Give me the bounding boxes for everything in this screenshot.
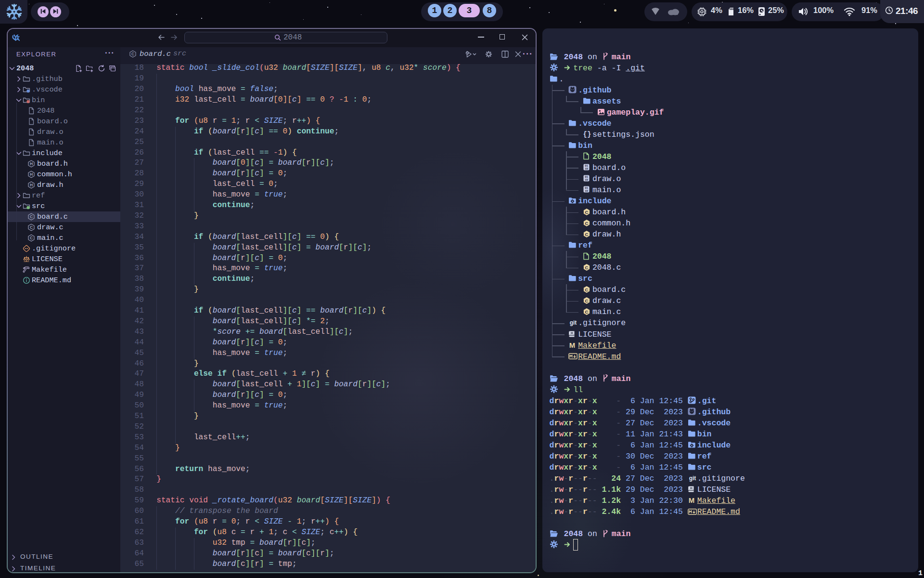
svg-text:C: C: [30, 214, 33, 219]
svg-text:git: git: [570, 319, 577, 326]
svg-text:git: git: [689, 475, 696, 482]
svg-text:C: C: [30, 236, 33, 240]
svg-text:M: M: [689, 497, 695, 504]
svg-text:10: 10: [585, 167, 588, 171]
svg-text:H: H: [30, 172, 33, 177]
svg-text:C: C: [585, 287, 588, 292]
svg-text:C: C: [585, 298, 588, 303]
svg-text:C: C: [131, 52, 134, 56]
svg-text:{}: {}: [583, 131, 591, 138]
svg-text:M: M: [569, 342, 576, 349]
svg-text:C: C: [585, 264, 588, 270]
svg-text:H: H: [30, 161, 33, 166]
svg-text:C: C: [585, 220, 588, 225]
svg-text:H: H: [30, 183, 33, 187]
svg-text:C: C: [585, 309, 588, 315]
svg-text:C: C: [585, 209, 588, 214]
svg-text:10: 10: [585, 189, 588, 193]
svg-text:C: C: [30, 225, 33, 230]
svg-text:10: 10: [585, 178, 588, 182]
svg-text:C: C: [585, 231, 588, 236]
